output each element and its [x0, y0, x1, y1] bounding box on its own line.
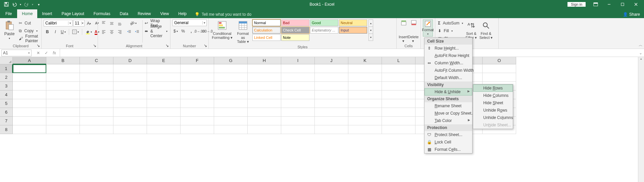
formula-bar-input[interactable]	[60, 49, 637, 57]
cell-J1[interactable]	[315, 64, 348, 73]
cell-K3[interactable]	[348, 82, 382, 90]
tell-me-search[interactable]: 💡 Tell me what you want to do	[191, 11, 255, 18]
tab-view[interactable]: View	[156, 9, 174, 18]
align-top-button[interactable]	[100, 19, 107, 27]
cell-C5[interactable]	[80, 99, 113, 108]
save-button[interactable]	[3, 1, 10, 8]
cell-C6[interactable]	[80, 108, 113, 117]
cell-D2[interactable]	[113, 73, 147, 82]
cell-G8[interactable]	[214, 125, 248, 134]
style-bad[interactable]: Bad	[281, 19, 309, 26]
col-header-A[interactable]: A	[13, 57, 46, 64]
increase-indent-button[interactable]	[134, 28, 141, 36]
cell-D1[interactable]	[113, 64, 147, 73]
menu-lock-cell[interactable]: 🔒Lock Cell	[425, 138, 472, 146]
cell-K5[interactable]	[348, 99, 382, 108]
cell-A8[interactable]	[13, 125, 46, 134]
font-name-combo[interactable]: ▾	[44, 20, 72, 26]
cell-E4[interactable]	[147, 90, 181, 99]
cell-B3[interactable]	[46, 82, 80, 90]
tab-review[interactable]: Review	[133, 9, 155, 18]
row-header-2[interactable]: 2	[0, 73, 13, 82]
cell-K8[interactable]	[348, 125, 382, 134]
delete-label[interactable]: Delete▾	[408, 35, 419, 43]
cell-I3[interactable]	[281, 82, 315, 90]
undo-button[interactable]	[11, 1, 18, 8]
font-size-combo[interactable]: ▾	[73, 20, 85, 26]
cell-L7[interactable]	[382, 117, 415, 125]
cell-F1[interactable]	[181, 64, 214, 73]
paste-button[interactable]: Paste ▾	[2, 19, 17, 41]
col-header-K[interactable]: K	[348, 57, 382, 64]
col-header-F[interactable]: F	[181, 57, 214, 64]
cell-I8[interactable]	[281, 125, 315, 134]
italic-button[interactable]: I	[52, 28, 59, 36]
cell-I1[interactable]	[281, 64, 315, 73]
cell-D6[interactable]	[113, 108, 147, 117]
cell-E8[interactable]	[147, 125, 181, 134]
col-header-J[interactable]: J	[315, 57, 348, 64]
name-box[interactable]: A1▾	[1, 50, 32, 56]
cell-F8[interactable]	[181, 125, 214, 134]
style-input[interactable]: Input	[339, 27, 367, 34]
minimize-button[interactable]	[602, 0, 616, 9]
col-header-E[interactable]: E	[147, 57, 181, 64]
cell-L3[interactable]	[382, 82, 415, 90]
cell-K2[interactable]	[348, 73, 382, 82]
menu-protect-sheet[interactable]: 🛡Protect Sheet...	[425, 131, 472, 138]
cell-styles-gallery[interactable]: NormalBadGoodNeutralCalculationCheck Cel…	[252, 19, 367, 41]
cell-C1[interactable]	[80, 64, 113, 73]
cell-L2[interactable]	[382, 73, 415, 82]
decrease-indent-button[interactable]	[126, 28, 133, 36]
menu-tab-color[interactable]: Tab Color▶	[425, 117, 472, 124]
style-check-cell[interactable]: Check Cell	[281, 27, 309, 34]
col-header-H[interactable]: H	[248, 57, 281, 64]
align-middle-button[interactable]	[108, 19, 115, 27]
menu-hide-rows[interactable]: Hide Rows	[473, 84, 513, 92]
cell-J2[interactable]	[315, 73, 348, 82]
cell-H3[interactable]	[248, 82, 281, 90]
cell-C4[interactable]	[80, 90, 113, 99]
gallery-more[interactable]: ▾	[369, 34, 373, 41]
gallery-up[interactable]: ▴	[369, 20, 373, 27]
font-launcher[interactable]: ↘	[92, 43, 97, 48]
close-button[interactable]	[629, 0, 643, 9]
row-header-5[interactable]: 5	[0, 99, 13, 108]
cell-L5[interactable]	[382, 99, 415, 108]
cell-G3[interactable]	[214, 82, 248, 90]
select-all-corner[interactable]	[0, 57, 13, 64]
menu-hide-sheet[interactable]: Hide Sheet	[473, 99, 513, 107]
cell-I4[interactable]	[281, 90, 315, 99]
row-header-4[interactable]: 4	[0, 90, 13, 99]
cell-L8[interactable]	[382, 125, 415, 134]
col-header-B[interactable]: B	[46, 57, 80, 64]
cell-H6[interactable]	[248, 108, 281, 117]
formula-bar-expand[interactable]: ⌄	[637, 51, 644, 55]
row-header-8[interactable]: 8	[0, 125, 13, 134]
cell-C7[interactable]	[80, 117, 113, 125]
style-note[interactable]: Note	[281, 34, 309, 41]
cell-G1[interactable]	[214, 64, 248, 73]
cell-B5[interactable]	[46, 99, 80, 108]
bold-button[interactable]: B	[44, 28, 51, 36]
cell-I7[interactable]	[281, 117, 315, 125]
alignment-launcher[interactable]: ↘	[165, 43, 169, 48]
cell-J4[interactable]	[315, 90, 348, 99]
cell-D8[interactable]	[113, 125, 147, 134]
style-calculation[interactable]: Calculation	[252, 27, 281, 34]
cell-K7[interactable]	[348, 117, 382, 125]
tab-home[interactable]: Home	[17, 9, 37, 18]
cut-button[interactable]: ✂ Cut	[18, 19, 39, 27]
style-normal[interactable]: Normal	[252, 19, 281, 26]
menu-unhide-rows[interactable]: Unhide Rows	[473, 107, 513, 114]
increase-font-button[interactable]: A▴	[85, 19, 93, 27]
cell-G6[interactable]	[214, 108, 248, 117]
ribbon-display-options[interactable]	[589, 0, 602, 9]
cell-I2[interactable]	[281, 73, 315, 82]
cell-A7[interactable]	[13, 117, 46, 125]
cell-A5[interactable]	[13, 99, 46, 108]
cell-J8[interactable]	[315, 125, 348, 134]
cancel-formula-button[interactable]: ✕	[34, 51, 42, 55]
cell-D5[interactable]	[113, 99, 147, 108]
fill-color-button[interactable]: ▾	[84, 28, 93, 36]
